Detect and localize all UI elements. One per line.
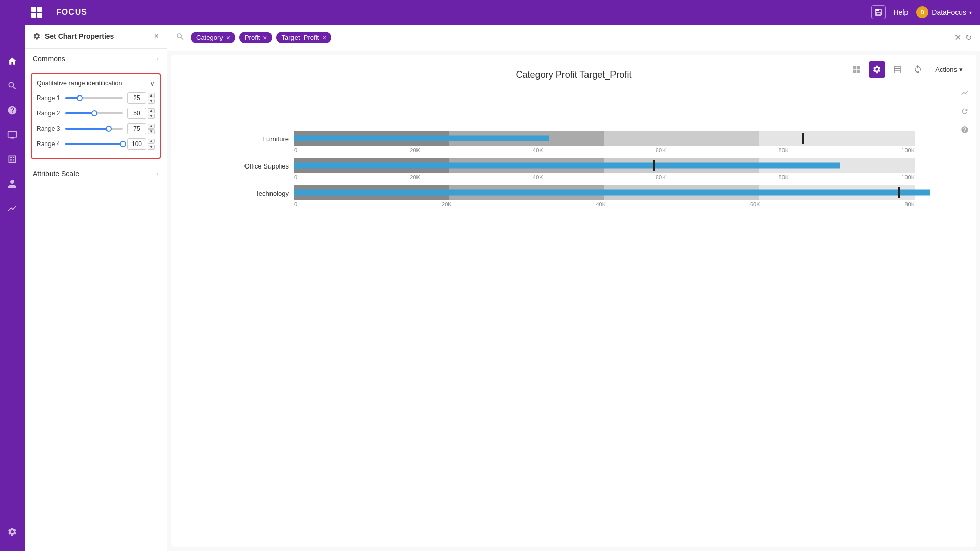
line-chart-icon[interactable] xyxy=(958,86,972,100)
logo-icon xyxy=(31,7,42,18)
cycle-view-button[interactable] xyxy=(910,61,926,78)
range-4-stepper: ▲ ▼ xyxy=(148,139,155,150)
filter-refresh-button[interactable]: ↻ xyxy=(965,33,972,42)
top-bar-right: Help D DataFocus ▾ xyxy=(871,5,981,19)
svg-rect-1 xyxy=(37,7,42,12)
range-3-input[interactable] xyxy=(127,123,146,134)
bullet-bar-area-0 xyxy=(294,131,915,146)
range-row-1: Range 1 ▲ ▼ xyxy=(37,92,155,104)
range-1-decrement[interactable]: ▼ xyxy=(148,99,155,104)
qualitative-range-panel: Qualitative range identification ∨ Range… xyxy=(31,73,161,159)
nav-help[interactable] xyxy=(1,99,23,122)
person-icon xyxy=(7,179,17,189)
range-4-slider[interactable] xyxy=(65,140,123,148)
tag-target-profit-remove[interactable]: × xyxy=(322,34,326,41)
filter-tag-profit[interactable]: Profit × xyxy=(239,32,273,43)
nav-search[interactable] xyxy=(1,75,23,97)
range-4-label: Range 4 xyxy=(37,140,61,148)
question-icon xyxy=(7,105,17,115)
nav-table[interactable] xyxy=(1,148,23,171)
range-2-decrement[interactable]: ▼ xyxy=(148,114,155,119)
nav-bar xyxy=(0,25,24,551)
chart-toolbar: Actions ▾ xyxy=(848,61,968,78)
dashboard-view-button[interactable] xyxy=(848,61,865,78)
range-1-label: Range 1 xyxy=(37,94,61,102)
filter-clear-button[interactable]: ✕ xyxy=(954,33,961,42)
nav-home[interactable] xyxy=(1,50,23,73)
search-icon xyxy=(176,32,185,41)
range-2-label: Range 2 xyxy=(37,110,61,117)
help-circle-icon xyxy=(961,126,969,134)
range-3-stepper: ▲ ▼ xyxy=(148,124,155,134)
filter-tag-category[interactable]: Category × xyxy=(191,32,235,43)
svg-rect-5 xyxy=(876,9,879,11)
svg-rect-0 xyxy=(31,7,36,12)
bullet-bar-area-2 xyxy=(294,185,915,200)
bullet-bar-area-1 xyxy=(294,158,915,173)
bullet-category-1: Office Supplies xyxy=(228,162,289,170)
table-view-button[interactable] xyxy=(889,61,905,78)
analytics-icon xyxy=(7,203,17,213)
bullet-bg-band-4-0 xyxy=(760,131,915,146)
bullet-category-0: Furniture xyxy=(228,135,289,143)
range-2-slider[interactable] xyxy=(65,109,123,117)
range-2-input[interactable] xyxy=(127,108,146,119)
table-view-icon xyxy=(893,65,902,74)
range-1-slider[interactable] xyxy=(65,94,123,102)
nav-analytics[interactable] xyxy=(1,197,23,220)
range-2-increment[interactable]: ▲ xyxy=(148,108,155,113)
settings-active-icon xyxy=(872,65,881,74)
filter-tag-target-profit[interactable]: Target_Profit × xyxy=(276,32,331,43)
range-2-input-group: ▲ ▼ xyxy=(127,108,155,119)
filter-bar-actions: ✕ ↻ xyxy=(954,33,972,42)
nav-settings[interactable] xyxy=(1,520,23,543)
search-icon xyxy=(7,81,17,91)
user-avatar: D xyxy=(916,6,928,18)
qualitative-title: Qualitative range identification ∨ xyxy=(37,79,155,87)
qualitative-collapse-icon[interactable]: ∨ xyxy=(150,79,155,87)
range-4-decrement[interactable]: ▼ xyxy=(148,145,155,150)
nav-user[interactable] xyxy=(1,173,23,195)
settings-view-button[interactable] xyxy=(869,61,885,78)
range-1-increment[interactable]: ▲ xyxy=(148,93,155,98)
actions-chevron-icon: ▾ xyxy=(959,66,963,74)
sidebar-header: Set Chart Properties × xyxy=(24,25,167,49)
save-icon xyxy=(875,9,882,16)
bullet-row-1: Office Supplies 020K40K60K80K100K xyxy=(228,158,930,180)
bullet-target-marker-0 xyxy=(802,133,804,144)
tag-category-remove[interactable]: × xyxy=(226,34,230,41)
actions-button[interactable]: Actions ▾ xyxy=(930,63,968,77)
range-3-decrement[interactable]: ▼ xyxy=(148,129,155,134)
attribute-scale-chevron-icon: › xyxy=(157,170,159,177)
range-row-3: Range 3 ▲ ▼ xyxy=(37,123,155,134)
bullet-bg-band-3-0 xyxy=(604,131,760,146)
top-bar: FOCUS Help D DataFocus ▾ xyxy=(0,0,980,25)
user-chevron-icon: ▾ xyxy=(969,10,972,15)
sidebar-close-button[interactable]: × xyxy=(154,32,159,41)
help-link[interactable]: Help xyxy=(894,8,909,16)
app-logo: FOCUS xyxy=(49,8,87,17)
range-4-input[interactable] xyxy=(127,138,146,150)
user-menu[interactable]: D DataFocus ▾ xyxy=(916,6,972,18)
attribute-scale-section: Attribute Scale › xyxy=(24,163,167,184)
bullet-axis-2: 020K40K60K80K xyxy=(294,201,915,207)
actions-label: Actions xyxy=(935,66,957,74)
main-layout: Set Chart Properties × Commons › Qualita… xyxy=(0,0,980,551)
range-1-input-group: ▲ ▼ xyxy=(127,92,155,104)
bullet-chart: Furniture 020K40K60K80K100K xyxy=(187,95,961,223)
range-3-increment[interactable]: ▲ xyxy=(148,124,155,129)
attribute-scale-header[interactable]: Attribute Scale › xyxy=(24,163,167,184)
bullet-row-0: Furniture 020K40K60K80K100K xyxy=(228,131,930,153)
range-3-slider[interactable] xyxy=(65,125,123,133)
trend-icon xyxy=(961,89,969,97)
search-icon-button[interactable] xyxy=(176,32,185,43)
svg-rect-6 xyxy=(876,12,880,15)
nav-monitor[interactable] xyxy=(1,124,23,146)
commons-label: Commons xyxy=(33,55,65,63)
range-1-input[interactable] xyxy=(127,92,146,104)
save-button[interactable] xyxy=(871,5,886,19)
tag-profit-remove[interactable]: × xyxy=(263,34,267,41)
range-4-increment[interactable]: ▲ xyxy=(148,139,155,144)
chart-title: Category Profit Target_Profit xyxy=(187,69,961,80)
commons-header[interactable]: Commons › xyxy=(24,49,167,69)
